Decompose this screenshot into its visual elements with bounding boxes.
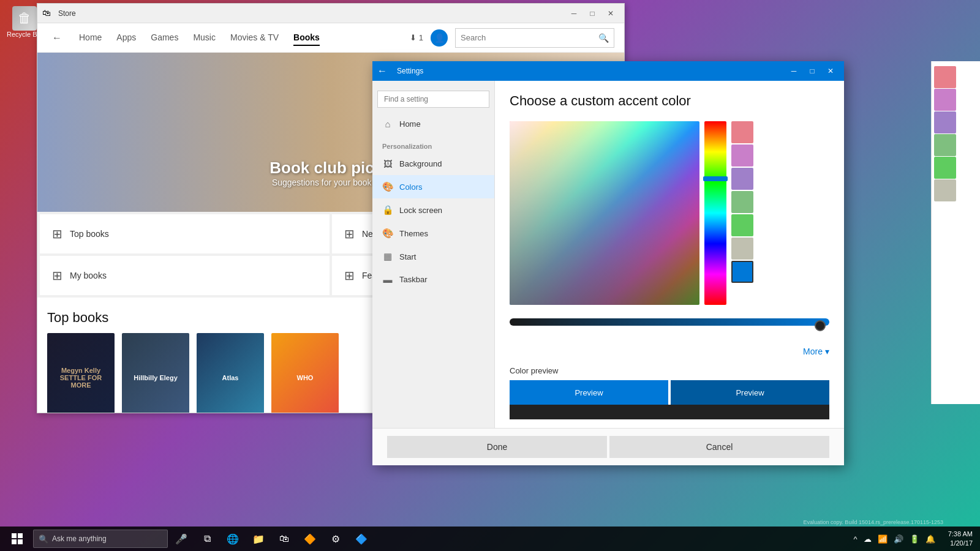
preview-row: Preview Preview [510, 380, 829, 405]
taskbar-search-icon: 🔍 [39, 534, 48, 544]
cancel-button[interactable]: Cancel [609, 436, 829, 458]
sidebar-item-background[interactable]: 🖼 Background [372, 152, 494, 175]
done-button[interactable]: Done [387, 436, 607, 458]
taskbar-app2[interactable]: 🔷 [349, 527, 374, 551]
book-card-2[interactable]: Hillbilly Elegy [122, 333, 189, 413]
color-gradient[interactable] [510, 121, 699, 305]
book-card-4[interactable]: WHO [271, 333, 339, 413]
profile-icon[interactable]: 👤 [431, 29, 448, 47]
taskbar-app1[interactable]: 🔶 [298, 527, 322, 551]
taskbar: 🔍 Ask me anything 🎤 ⧉ 🌐 📁 🛍 🔶 ⚙ 🔷 ^ ☁ 📶 … [0, 527, 980, 551]
sidebar-item-lockscreen[interactable]: 🔒 Lock screen [372, 198, 494, 222]
partial-color-6[interactable] [934, 179, 956, 201]
nav-apps[interactable]: Apps [116, 30, 136, 46]
selected-color-blue[interactable] [731, 261, 753, 283]
store-search-box[interactable]: 🔍 [455, 28, 614, 48]
partial-color-3[interactable] [934, 111, 956, 133]
chevron-down-icon: ▾ [825, 347, 829, 356]
tray-chevron[interactable]: ^ [852, 534, 859, 544]
sidebar-start-label: Start [399, 252, 416, 261]
store-back-button[interactable]: ← [47, 28, 67, 48]
partial-color-4[interactable] [934, 134, 956, 156]
sidebar-item-colors[interactable]: 🎨 Colors [372, 175, 494, 198]
store-minimize-button[interactable]: ─ [565, 7, 582, 20]
hue-bar[interactable] [704, 121, 726, 305]
sidebar-item-home[interactable]: ⌂ Home [372, 113, 494, 135]
sidebar-item-taskbar[interactable]: ▬ Taskbar [372, 268, 494, 291]
preview-button-blue[interactable]: Preview [510, 380, 668, 405]
book-card-3[interactable]: Atlas [197, 333, 264, 413]
sidebar-colors-label: Colors [399, 182, 423, 192]
store-close-button[interactable]: ✕ [602, 7, 619, 20]
sidebar-lockscreen-label: Lock screen [399, 206, 442, 215]
partial-color-1[interactable] [934, 66, 956, 88]
taskbar-icon-sidebar: ▬ [382, 274, 393, 285]
settings-search-box[interactable] [377, 91, 489, 108]
lockscreen-icon: 🔒 [382, 204, 393, 216]
preview-dark [510, 405, 829, 419]
nav-movies[interactable]: Movies & TV [230, 30, 279, 46]
tray-volume[interactable]: 🔊 [892, 534, 905, 544]
taskbar-task-view[interactable]: ⧉ [195, 527, 219, 551]
brightness-thumb[interactable] [815, 320, 826, 331]
partial-color-5[interactable] [934, 157, 956, 179]
taskbar-store[interactable]: 🛍 [272, 527, 296, 551]
side-color-purple[interactable] [731, 168, 753, 190]
settings-minimize-button[interactable]: ─ [785, 64, 802, 78]
preview-btn-label-2: Preview [736, 388, 764, 397]
tile-my-books[interactable]: ⊞ My books [40, 256, 330, 295]
start-button[interactable] [2, 527, 32, 551]
store-window-controls: ─ □ ✕ [565, 7, 619, 20]
settings-maximize-button[interactable]: □ [804, 64, 821, 78]
taskbar-settings[interactable]: ⚙ [323, 527, 348, 551]
settings-close-button[interactable]: ✕ [822, 64, 839, 78]
store-titlebar: 🛍 Store ─ □ ✕ [37, 4, 624, 23]
download-badge[interactable]: ⬇ 1 [410, 33, 423, 42]
side-color-green[interactable] [731, 214, 753, 236]
nav-home[interactable]: Home [79, 30, 102, 46]
brightness-track [510, 318, 829, 326]
color-preview-section: Color preview Preview Preview [510, 366, 829, 419]
taskbar-explorer[interactable]: 📁 [246, 527, 271, 551]
settings-page-title: Choose a custom accent color [510, 93, 829, 109]
nav-games[interactable]: Games [151, 30, 178, 46]
nav-music[interactable]: Music [193, 30, 216, 46]
settings-sidebar: ⌂ Home Personalization 🖼 Background 🎨 Co… [372, 81, 495, 428]
store-nav-right: ⬇ 1 👤 🔍 [410, 28, 614, 48]
system-tray: ^ ☁ 📶 🔊 🔋 🔔 [847, 534, 942, 544]
preview-button-dark-blue[interactable]: Preview [671, 380, 829, 405]
store-maximize-button[interactable]: □ [584, 7, 601, 20]
sidebar-item-start[interactable]: ▦ Start [372, 245, 494, 268]
store-search-input[interactable] [461, 33, 595, 42]
sidebar-taskbar-label: Taskbar [399, 275, 428, 284]
tray-onedrive[interactable]: ☁ [862, 534, 873, 544]
tile-my-books-label: My books [70, 271, 107, 280]
tray-battery[interactable]: 🔋 [908, 534, 921, 544]
side-color-violet[interactable] [731, 144, 753, 167]
partial-color-2[interactable] [934, 89, 956, 111]
tile-top-books[interactable]: ⊞ Top books [40, 214, 330, 253]
nav-books[interactable]: Books [293, 30, 320, 46]
tray-notification[interactable]: 🔔 [924, 534, 937, 544]
sidebar-item-themes[interactable]: 🎨 Themes [372, 222, 494, 245]
side-color-gray[interactable] [731, 238, 753, 260]
taskbar-microphone[interactable]: 🎤 [169, 527, 194, 551]
grid-icon-2: ⊞ [344, 227, 355, 241]
side-color-lightgreen[interactable] [731, 191, 753, 213]
background-icon: 🖼 [382, 159, 393, 169]
settings-body: ⌂ Home Personalization 🖼 Background 🎨 Co… [372, 81, 844, 428]
sidebar-themes-label: Themes [399, 229, 428, 238]
book-card-1[interactable]: Megyn KellySETTLE FOR MORE [47, 333, 115, 413]
brightness-slider[interactable] [510, 315, 829, 329]
sidebar-section-personalization: Personalization [372, 135, 494, 152]
taskbar-search[interactable]: 🔍 Ask me anything [33, 530, 168, 548]
system-clock[interactable]: 7:38 AM 1/20/17 [943, 530, 978, 549]
colors-icon: 🎨 [382, 181, 393, 192]
taskbar-edge[interactable]: 🌐 [221, 527, 245, 551]
settings-back-button[interactable]: ← [377, 66, 392, 77]
book-cover-3: Atlas [197, 333, 264, 413]
more-row[interactable]: More ▾ [510, 342, 829, 361]
tray-network[interactable]: 📶 [876, 534, 889, 544]
settings-search-input[interactable] [377, 91, 489, 108]
side-color-pink[interactable] [731, 121, 753, 143]
